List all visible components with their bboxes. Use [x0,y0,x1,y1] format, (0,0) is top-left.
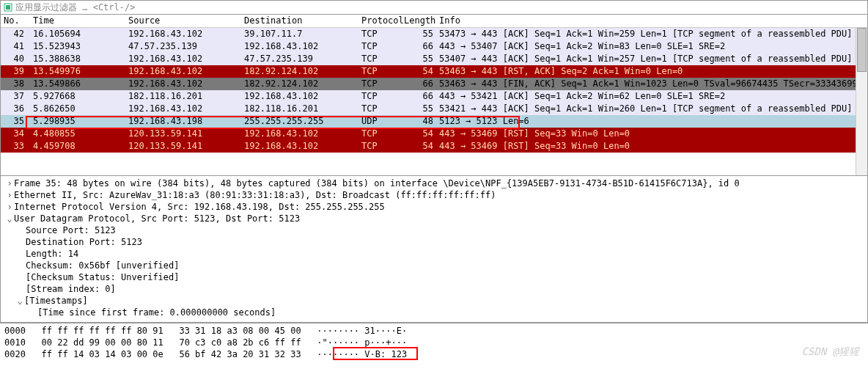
detail-timestamps[interactable]: ⌄[Timestamps] [5,295,863,307]
col-time[interactable]: Time [30,15,125,27]
packet-row[interactable]: 3813.549866192.168.43.102182.92.124.102T… [1,78,867,90]
detail-ip[interactable]: ›Internet Protocol Version 4, Src: 192.1… [5,201,863,213]
packet-rows: 4216.105694192.168.43.10239.107.11.7TCP5… [1,28,867,153]
svg-rect-1 [6,5,10,10]
packet-row[interactable]: 365.862650192.168.43.102182.118.16.201TC… [1,103,867,115]
filter-icon [4,3,12,12]
hex-line-2[interactable]: 0020 ff ff 14 03 14 03 00 0e 56 bf 42 3a… [4,348,864,360]
detail-checkstatus[interactable]: [Checksum Status: Unverified] [5,271,863,283]
packet-row[interactable]: 4115.52394347.57.235.139192.168.43.102TC… [1,40,867,53]
filter-placeholder: 应用显示过滤器 … <Ctrl-/> [15,1,135,14]
packet-list-header[interactable]: No. Time Source Destination Protocol Len… [1,15,867,28]
hex-pane[interactable]: 0000 ff ff ff ff ff ff 80 91 33 31 18 a3… [0,323,868,362]
col-length[interactable]: Length [401,15,436,27]
watermark: CSDN @猩猩 [801,345,859,359]
vertical-scrollbar[interactable] [856,28,867,175]
detail-timesince[interactable]: [Time since first frame: 0.000000000 sec… [5,307,863,318]
detail-checksum[interactable]: Checksum: 0x56bf [unverified] [5,260,863,271]
detail-stream[interactable]: [Stream index: 0] [5,283,863,295]
col-destination[interactable]: Destination [241,15,358,27]
detail-ethernet[interactable]: ›Ethernet II, Src: AzureWav_31:18:a3 (80… [5,189,863,201]
detail-udp[interactable]: ⌄User Datagram Protocol, Src Port: 5123,… [5,213,863,224]
packet-row[interactable]: 355.298935192.168.43.198255.255.255.255U… [1,115,867,128]
scroll-thumb[interactable] [857,28,867,72]
caret-right-icon[interactable]: › [5,177,14,189]
display-filter-bar[interactable]: 应用显示过滤器 … <Ctrl-/> [0,0,868,15]
caret-right-icon[interactable]: › [5,189,14,201]
packet-row[interactable]: 334.459708120.133.59.141192.168.43.102TC… [1,140,867,153]
packet-list: No. Time Source Destination Protocol Len… [0,15,868,176]
packet-row[interactable]: 4015.388638192.168.43.10247.57.235.139TC… [1,53,867,65]
col-source[interactable]: Source [125,15,241,27]
caret-down-icon[interactable]: ⌄ [5,213,14,224]
packet-row[interactable]: 344.480855120.133.59.141192.168.43.102TC… [1,128,867,140]
detail-length[interactable]: Length: 14 [5,248,863,260]
col-no[interactable]: No. [1,15,30,27]
packet-row[interactable]: 3913.549976192.168.43.102182.92.124.102T… [1,65,867,78]
detail-srcport[interactable]: Source Port: 5123 [5,224,863,236]
caret-down-icon[interactable]: ⌄ [15,295,24,307]
packet-row[interactable]: 375.927668182.118.16.201192.168.43.102TC… [1,90,867,103]
detail-frame[interactable]: ›Frame 35: 48 bytes on wire (384 bits), … [5,177,863,189]
hex-line-0[interactable]: 0000 ff ff ff ff ff ff 80 91 33 31 18 a3… [4,325,864,337]
packet-details-pane[interactable]: ›Frame 35: 48 bytes on wire (384 bits), … [0,176,868,323]
caret-right-icon[interactable]: › [5,201,14,213]
col-info[interactable]: Info [436,15,867,27]
hex-line-1[interactable]: 0010 00 22 dd 99 00 00 80 11 70 c3 c0 a8… [4,337,864,348]
col-protocol[interactable]: Protocol [358,15,401,27]
packet-row[interactable]: 4216.105694192.168.43.10239.107.11.7TCP5… [1,28,867,40]
detail-dstport[interactable]: Destination Port: 5123 [5,236,863,248]
